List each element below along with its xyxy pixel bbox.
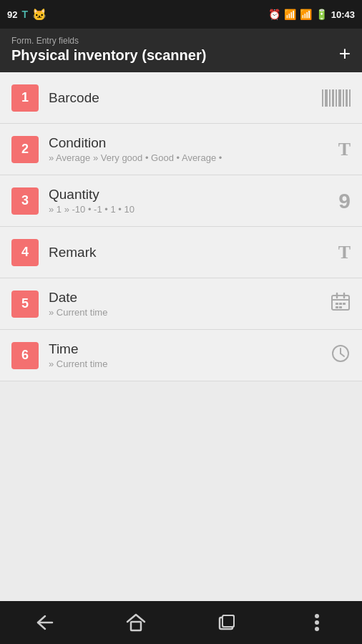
add-field-button[interactable]: + bbox=[339, 44, 351, 64]
status-bar: 92 T 🐱 ⏰ 📶 📶 🔋 10:43 bbox=[0, 0, 362, 29]
field-name-barcode: Barcode bbox=[49, 90, 322, 106]
field-row-time[interactable]: 6 Time » Current time bbox=[0, 330, 362, 381]
field-row-date[interactable]: 5 Date » Current time bbox=[0, 278, 362, 330]
status-left: 92 T 🐱 bbox=[7, 8, 47, 21]
field-content-date: Date » Current time bbox=[49, 290, 323, 318]
field-content-barcode: Barcode bbox=[49, 90, 322, 106]
time-display: 10:43 bbox=[331, 9, 355, 20]
bottom-nav bbox=[0, 601, 362, 644]
field-sub-time: » Current time bbox=[49, 358, 323, 369]
field-name-date: Date bbox=[49, 290, 323, 306]
svg-rect-7 bbox=[336, 306, 338, 308]
field-number-4: 4 bbox=[11, 239, 39, 266]
field-name-remark: Remark bbox=[49, 245, 331, 260]
svg-point-18 bbox=[315, 620, 319, 625]
field-sub-quantity: » 1 » -10 • -1 • 1 • 10 bbox=[49, 204, 331, 215]
recents-button[interactable] bbox=[208, 608, 244, 637]
field-content-condition: Condition » Average » Very good • Good •… bbox=[49, 135, 331, 163]
alarm-icon: ⏰ bbox=[268, 9, 280, 20]
field-number-5: 5 bbox=[11, 291, 39, 318]
field-number-6: 6 bbox=[11, 342, 39, 369]
field-name-quantity: Quantity bbox=[49, 187, 331, 203]
field-content-quantity: Quantity » 1 » -10 • -1 • 1 • 10 bbox=[49, 187, 331, 215]
battery-icon: 🔋 bbox=[315, 9, 328, 20]
field-name-time: Time bbox=[49, 341, 323, 357]
clock-icon bbox=[331, 343, 351, 368]
field-row-quantity[interactable]: 3 Quantity » 1 » -10 • -1 • 1 • 10 9 bbox=[0, 175, 362, 227]
header-subtitle: Form. Entry fields bbox=[11, 36, 206, 46]
svg-rect-6 bbox=[343, 303, 346, 305]
cat-icon: 🐱 bbox=[32, 8, 47, 21]
signal-icon: 📶 bbox=[300, 9, 312, 20]
field-content-remark: Remark bbox=[49, 245, 331, 260]
field-name-condition: Condition bbox=[49, 135, 331, 151]
field-number-3: 3 bbox=[11, 187, 39, 215]
wifi-icon: 📶 bbox=[284, 9, 296, 20]
field-row-barcode[interactable]: 1 Barcode bbox=[0, 72, 362, 124]
field-row-condition[interactable]: 2 Condition » Average » Very good • Good… bbox=[0, 124, 362, 175]
header-text-block: Form. Entry fields Physical inventory (s… bbox=[11, 36, 206, 64]
barcode-icon bbox=[322, 89, 351, 107]
t-status-icon: T bbox=[21, 9, 28, 20]
header: Form. Entry fields Physical inventory (s… bbox=[0, 29, 362, 72]
status-right: ⏰ 📶 📶 🔋 10:43 bbox=[268, 9, 355, 20]
field-content-time: Time » Current time bbox=[49, 341, 323, 369]
calendar-icon bbox=[331, 292, 351, 316]
empty-area bbox=[0, 381, 362, 601]
svg-point-17 bbox=[315, 614, 319, 618]
text-type-icon-remark: T bbox=[338, 242, 351, 263]
field-number-2: 2 bbox=[11, 136, 39, 163]
battery-level: 92 bbox=[7, 9, 17, 20]
text-type-icon-condition: T bbox=[338, 139, 351, 160]
svg-rect-13 bbox=[131, 622, 141, 630]
svg-rect-4 bbox=[336, 303, 338, 305]
fields-list: 1 Barcode 2 Condition » Average » Very g… bbox=[0, 72, 362, 601]
field-sub-condition: » Average » Very good • Good • Average • bbox=[49, 152, 331, 163]
field-sub-date: » Current time bbox=[49, 307, 323, 318]
svg-rect-5 bbox=[339, 303, 342, 305]
back-button[interactable] bbox=[27, 608, 63, 637]
more-options-button[interactable] bbox=[299, 608, 335, 637]
field-number-1: 1 bbox=[11, 84, 39, 112]
svg-line-11 bbox=[341, 353, 344, 356]
field-row-remark[interactable]: 4 Remark T bbox=[0, 227, 362, 278]
svg-rect-15 bbox=[222, 615, 234, 627]
number-type-icon-quantity: 9 bbox=[338, 189, 351, 213]
svg-rect-8 bbox=[339, 306, 342, 308]
svg-point-19 bbox=[315, 627, 319, 631]
header-title: Physical inventory (scanner) bbox=[11, 47, 206, 64]
home-button[interactable] bbox=[118, 608, 154, 637]
